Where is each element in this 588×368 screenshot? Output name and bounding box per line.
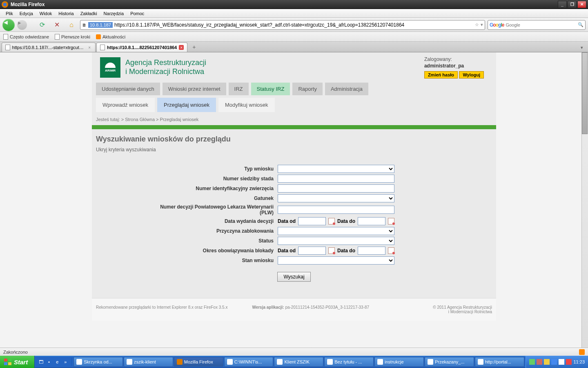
sub-nav: Wprowadź wniosek Przeglądaj wniosek Mody… <box>92 95 496 112</box>
label-okres: Okres obowiązywania blokady <box>147 248 278 254</box>
search-icon[interactable]: 🔍 <box>578 22 584 27</box>
breadcrumb-home[interactable]: Strona Główna <box>125 117 155 122</box>
ql-icon[interactable]: 🗔 <box>37 358 45 366</box>
agency-name: Agencja Restrukturyzacji i Modernizacji … <box>125 58 206 76</box>
nav-administracja[interactable]: Administracja <box>325 83 368 95</box>
ql-icon[interactable]: » <box>62 358 69 366</box>
nav-statusy-irz[interactable]: Statusy IRZ <box>251 83 290 95</box>
task-item[interactable]: instrukcje <box>374 357 424 367</box>
menu-file[interactable]: Plik <box>2 10 16 17</box>
task-item[interactable]: Skrzynka od... <box>74 357 123 367</box>
subnav-przegladaj[interactable]: Przeglądaj wniosek <box>157 98 216 112</box>
url-input[interactable] <box>114 22 473 28</box>
forward-button[interactable]: ► <box>17 20 27 30</box>
ql-icon[interactable]: e <box>53 358 61 366</box>
subnav-wprowadz[interactable]: Wprowadź wniosek <box>96 98 155 112</box>
scrollbar[interactable] <box>581 52 588 348</box>
toggle-criteria-link[interactable]: Ukryj kryteria wyszukiwania <box>96 147 492 153</box>
menu-help[interactable]: Pomoc <box>127 10 147 17</box>
task-item[interactable]: Klient ZSZIK <box>274 357 323 367</box>
ql-icon[interactable]: ▪ <box>45 358 53 366</box>
menu-bookmarks[interactable]: Zakładki <box>77 10 100 17</box>
new-tab-button[interactable]: + <box>188 42 200 52</box>
page-heading: Wyszukiwanie wniosków do przeglądu <box>96 135 492 144</box>
doc-icon <box>3 34 8 40</box>
reload-button[interactable]: ⟳ <box>36 19 48 31</box>
tab-list-button[interactable]: ▾ <box>577 43 586 52</box>
rss-icon[interactable] <box>579 349 585 355</box>
footer-browsers: Rekomendowane przeglądarki to Internet E… <box>96 305 227 314</box>
tab-close-icon[interactable]: × <box>87 45 92 50</box>
page-footer: Rekomendowane przeglądarki to Internet E… <box>92 298 496 321</box>
url-bar[interactable]: 🗎 10.8.1.187 ☆ ▾ <box>80 20 485 30</box>
bookmark-first-steps[interactable]: Pierwsze kroki <box>55 34 90 40</box>
input-okres-od[interactable] <box>298 247 326 255</box>
tray-icon[interactable] <box>544 359 550 365</box>
browser-tab-1[interactable]: https://10.8.1....822561207401864 × <box>96 43 187 52</box>
browser-tab-0[interactable]: https://10.8.1.187/...-state=xtrgcutzc_4… <box>2 43 96 52</box>
input-decyzja-od[interactable] <box>298 217 326 225</box>
search-input[interactable] <box>506 22 576 27</box>
menu-edit[interactable]: Edycja <box>16 10 36 17</box>
tab-close-icon[interactable]: × <box>179 45 184 50</box>
input-okres-do[interactable] <box>358 247 385 255</box>
input-siedziba[interactable] <box>278 175 394 183</box>
input-decyzja-do[interactable] <box>358 217 385 225</box>
start-button[interactable]: Start <box>0 356 35 368</box>
search-bar[interactable]: Google 🔍 <box>488 20 586 30</box>
tray-icon[interactable] <box>537 359 542 365</box>
app-icon <box>327 359 333 365</box>
calendar-icon[interactable] <box>328 247 335 254</box>
label-status: Status <box>147 238 278 244</box>
menu-history[interactable]: Historia <box>55 10 77 17</box>
subnav-modyfikuj[interactable]: Modyfikuj wniosek <box>218 98 275 112</box>
firefox-icon <box>2 1 8 8</box>
input-plw[interactable] <box>278 206 394 214</box>
menu-tools[interactable]: Narzędzia <box>100 10 127 17</box>
select-status[interactable] <box>278 237 394 245</box>
nav-raporty[interactable]: Raporty <box>292 83 323 95</box>
back-button[interactable]: ◄ <box>2 19 15 31</box>
tray-icon[interactable] <box>551 359 557 365</box>
page-identity-icon: 🗎 <box>82 22 87 27</box>
nav-wnioski[interactable]: Wnioski przez internet <box>163 83 226 95</box>
url-dropdown-icon[interactable]: ▾ <box>481 22 483 27</box>
close-button[interactable]: ✕ <box>577 1 586 8</box>
select-typ-wniosku[interactable] <box>278 165 394 173</box>
nav-udostepnianie[interactable]: Udostępnianie danych <box>96 83 160 95</box>
select-gatunek[interactable] <box>278 194 394 202</box>
task-item[interactable]: Przekazany_... <box>425 357 474 367</box>
select-przyczyna[interactable] <box>278 227 394 235</box>
tray-icon[interactable] <box>529 359 535 365</box>
bookmark-news[interactable]: Aktualności <box>96 34 125 39</box>
tray-icon[interactable] <box>566 359 572 365</box>
scrollbar-thumb[interactable] <box>582 52 588 134</box>
task-item[interactable]: zszik-klient <box>124 357 173 367</box>
maximize-button[interactable]: ❐ <box>568 1 577 8</box>
minimize-button[interactable]: _ <box>558 1 567 8</box>
change-password-button[interactable]: Zmień hasło <box>424 71 458 79</box>
stop-button[interactable]: ✕ <box>51 19 63 31</box>
user-name: administrator_pa <box>424 63 484 69</box>
input-zwierze[interactable] <box>278 184 394 193</box>
bookmark-frequent[interactable]: Często odwiedzane <box>3 34 49 40</box>
bookmark-star-icon[interactable]: ☆ <box>475 22 479 27</box>
nav-irz[interactable]: IRZ <box>229 83 249 95</box>
app-icon <box>377 359 383 365</box>
home-button[interactable]: ⌂ <box>65 19 78 31</box>
task-item[interactable]: http://portal... <box>475 357 524 367</box>
tray-icon[interactable] <box>559 359 564 365</box>
task-item[interactable]: Mozilla Firefox <box>174 357 223 367</box>
select-stan[interactable] <box>278 256 394 265</box>
task-item[interactable]: Bez tytułu - ... <box>324 357 374 367</box>
task-item[interactable]: C:\WINNT\s... <box>224 357 274 367</box>
calendar-icon[interactable] <box>388 218 394 224</box>
search-button[interactable]: Wyszukaj <box>277 272 310 282</box>
calendar-icon[interactable] <box>328 218 335 224</box>
calendar-icon[interactable] <box>388 247 394 254</box>
nav-toolbar: ◄ ► ⟳ ✕ ⌂ 🗎 10.8.1.187 ☆ ▾ Google 🔍 <box>0 18 588 32</box>
logout-button[interactable]: Wyloguj <box>459 71 484 79</box>
menu-view[interactable]: Widok <box>36 10 56 17</box>
clock[interactable]: 11:23 <box>573 359 585 364</box>
label-siedziba: Numer siedziby stada <box>147 176 278 182</box>
